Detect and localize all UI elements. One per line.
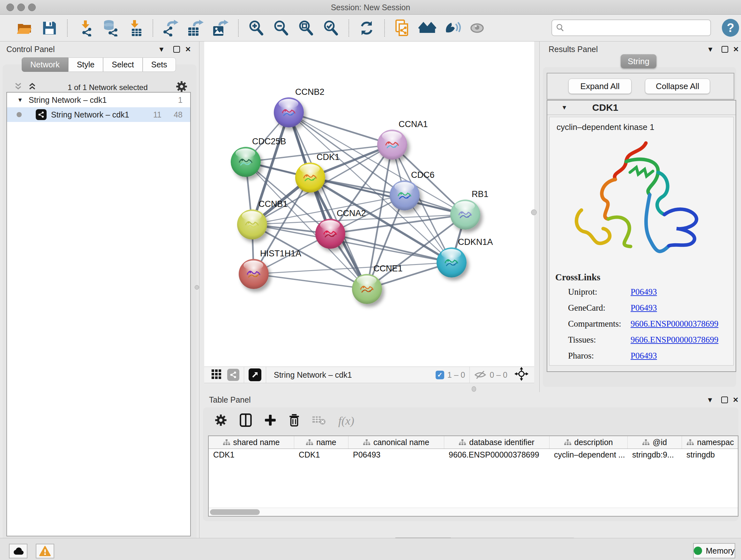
network-row[interactable]: String Network – cdk1 11 48: [7, 107, 190, 122]
zoom-selected-button[interactable]: [322, 19, 340, 37]
network-node-count: 11: [153, 110, 161, 119]
panel-menu-icon[interactable]: ▼: [158, 45, 165, 54]
network-collection-row[interactable]: ▼ String Network – cdk1 1: [7, 92, 190, 107]
network-label: String Network – cdk1: [51, 110, 129, 119]
crosslink-link[interactable]: P06493: [630, 351, 657, 361]
crosslink-link[interactable]: 9606.ENSP00000378699: [630, 335, 718, 345]
open-session-button[interactable]: [16, 19, 33, 37]
network-view-mode-button[interactable]: [227, 369, 239, 381]
float-panel-icon[interactable]: [722, 46, 728, 53]
table-cell[interactable]: cyclin–dependent ...: [549, 449, 628, 462]
scrollbar-thumb[interactable]: [210, 509, 260, 515]
panel-menu-icon[interactable]: ▼: [707, 45, 714, 54]
expand-all-networks-button[interactable]: [27, 83, 37, 92]
search-input[interactable]: [567, 23, 711, 33]
table-cell[interactable]: P06493: [348, 449, 444, 462]
table-cell[interactable]: 9606.ENSP00000378699: [444, 449, 549, 462]
string-app-button[interactable]: [394, 19, 411, 37]
crosslink-link[interactable]: P06493: [630, 287, 657, 297]
network-node-cdkn1a[interactable]: [436, 247, 467, 277]
column-header-description[interactable]: description: [549, 436, 628, 449]
network-node-ccna1[interactable]: [377, 130, 407, 160]
collapse-all-button[interactable]: Collapse All: [645, 78, 710, 94]
close-panel-icon[interactable]: ✕: [185, 45, 191, 54]
zoom-out-button[interactable]: [272, 19, 290, 37]
help-button[interactable]: ?: [722, 19, 739, 37]
network-node-ccna2[interactable]: [315, 219, 345, 249]
table-header-row: shared namenamecanonical namedatabase id…: [209, 436, 738, 449]
table-cell[interactable]: CDK1: [294, 449, 348, 462]
tab-sets[interactable]: Sets: [143, 57, 176, 72]
zoom-in-button[interactable]: [247, 19, 265, 37]
zoom-fit-button[interactable]: [297, 19, 315, 37]
cloud-status-button[interactable]: [9, 544, 27, 558]
memory-button[interactable]: Memory: [693, 543, 735, 558]
import-network-database-button[interactable]: [101, 19, 119, 37]
right-splitter-handle[interactable]: [531, 209, 537, 215]
gene-expander-icon[interactable]: ▼: [561, 104, 567, 111]
network-node-cdc6[interactable]: [390, 180, 420, 210]
add-column-button[interactable]: [264, 414, 276, 428]
titlebar: Session: New Session: [0, 0, 741, 15]
warnings-button[interactable]: [36, 544, 54, 558]
network-tree: ▼ String Network – cdk1 1 String Network…: [6, 92, 191, 537]
eye-button[interactable]: [468, 19, 486, 37]
collection-expander-icon[interactable]: ▼: [17, 97, 23, 104]
column-header-canonical-name[interactable]: canonical name: [348, 436, 444, 449]
selected-checkbox-icon[interactable]: ✓: [435, 371, 444, 379]
float-panel-icon[interactable]: [173, 46, 180, 53]
collapse-all-networks-button[interactable]: [13, 83, 23, 92]
panel-menu-icon[interactable]: ▼: [706, 396, 714, 404]
table-options-button[interactable]: [214, 414, 227, 428]
node-label-ccnb2: CCNB2: [295, 87, 325, 97]
network-node-rb1[interactable]: [450, 199, 480, 230]
bottom-splitter-handle[interactable]: [472, 386, 476, 392]
table-row[interactable]: CDK1CDK1P064939606.ENSP00000378699cyclin…: [209, 449, 738, 462]
save-session-button[interactable]: [41, 19, 58, 37]
refresh-button[interactable]: [358, 19, 376, 37]
import-table-button[interactable]: [126, 19, 144, 37]
close-panel-icon[interactable]: ✕: [733, 396, 738, 404]
export-image-button[interactable]: [212, 19, 229, 37]
tab-style[interactable]: Style: [68, 57, 104, 72]
homes-button[interactable]: [418, 19, 436, 37]
tab-string[interactable]: String: [621, 54, 657, 68]
network-canvas[interactable]: CCNB2 CCNA1 CDC25B CDK1 CDC6 RB1 CCNB1 C…: [204, 42, 534, 367]
grid-view-button[interactable]: [211, 369, 221, 381]
table-cell[interactable]: stringdb: [682, 449, 738, 462]
column-header-namespac[interactable]: namespac: [682, 436, 738, 449]
left-splitter-handle[interactable]: [195, 285, 199, 290]
close-panel-icon[interactable]: ✕: [733, 45, 739, 54]
show-columns-button[interactable]: [239, 413, 252, 428]
network-edge[interactable]: [289, 112, 392, 145]
network-node-ccnb1[interactable]: [237, 209, 267, 240]
table-cell[interactable]: stringdb:9...: [628, 449, 682, 462]
crosslink-link[interactable]: 9606.ENSP00000378699: [630, 319, 718, 329]
column-header-database-identifier[interactable]: database identifier: [444, 436, 549, 449]
column-header--id[interactable]: @id: [628, 436, 682, 449]
network-node-ccnb2[interactable]: [274, 98, 304, 127]
table-cell[interactable]: CDK1: [209, 449, 294, 462]
expand-all-button[interactable]: Expand All: [568, 78, 631, 94]
column-header-name[interactable]: name: [294, 436, 348, 449]
network-node-cdc25b[interactable]: [231, 147, 261, 177]
graphics-details-button[interactable]: [443, 19, 461, 37]
export-network-button[interactable]: [162, 19, 180, 37]
import-network-file-button[interactable]: [76, 19, 94, 37]
network-edge[interactable]: [289, 112, 367, 289]
delete-column-button[interactable]: [288, 414, 300, 428]
detach-view-button[interactable]: [249, 368, 261, 381]
float-panel-icon[interactable]: [721, 396, 728, 403]
tab-select[interactable]: Select: [103, 57, 142, 72]
network-node-ccne1[interactable]: [352, 274, 382, 304]
tab-network[interactable]: Network: [22, 57, 68, 72]
crosslink-link[interactable]: P06493: [630, 303, 657, 313]
export-table-button[interactable]: [187, 19, 205, 37]
gene-header[interactable]: ▼ CDK1: [547, 101, 736, 115]
horizontal-scrollbar[interactable]: [209, 508, 738, 516]
network-node-hist1h1a[interactable]: [239, 259, 269, 289]
column-header-shared-name[interactable]: shared name: [209, 436, 294, 449]
network-edge[interactable]: [254, 274, 367, 289]
birds-eye-view-button[interactable]: [515, 367, 529, 383]
network-node-cdk1[interactable]: [295, 163, 325, 192]
